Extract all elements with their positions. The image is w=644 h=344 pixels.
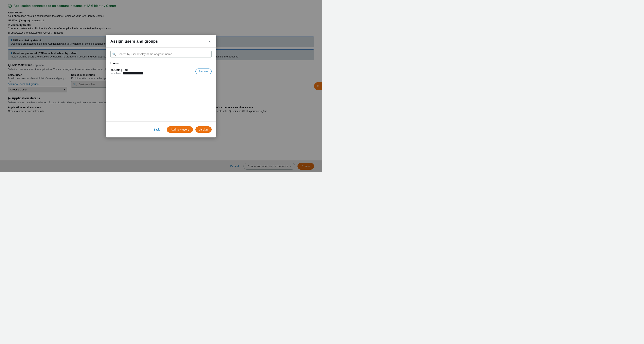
- modal-title: Assign users and groups: [110, 39, 158, 44]
- modal-close-button[interactable]: ×: [208, 39, 212, 44]
- user-name: Ya Ching Tsui: [110, 68, 143, 71]
- remove-button[interactable]: Remove: [196, 68, 212, 74]
- modal-body: 🔍 Users Ya Ching Tsui seraphine | Remove: [106, 48, 216, 121]
- user-id-redacted: [123, 72, 143, 74]
- add-new-users-button[interactable]: Add new users: [167, 126, 193, 133]
- back-button[interactable]: Back: [149, 125, 164, 134]
- user-id: seraphine |: [110, 72, 143, 75]
- assign-button[interactable]: Assign: [196, 126, 212, 133]
- assign-users-modal: Assign users and groups × 🔍 Users Ya Chi…: [106, 35, 216, 138]
- user-search-input[interactable]: [110, 51, 212, 57]
- modal-footer: Back Add new users Assign: [106, 121, 216, 138]
- user-id-prefix: seraphine |: [110, 72, 122, 75]
- modal-header: Assign users and groups ×: [106, 35, 216, 48]
- user-info: Ya Ching Tsui seraphine |: [110, 68, 143, 75]
- user-row: Ya Ching Tsui seraphine | Remove: [110, 68, 212, 75]
- user-search-box: 🔍: [110, 51, 212, 57]
- users-section-label: Users: [110, 61, 212, 65]
- user-search-icon: 🔍: [112, 52, 116, 56]
